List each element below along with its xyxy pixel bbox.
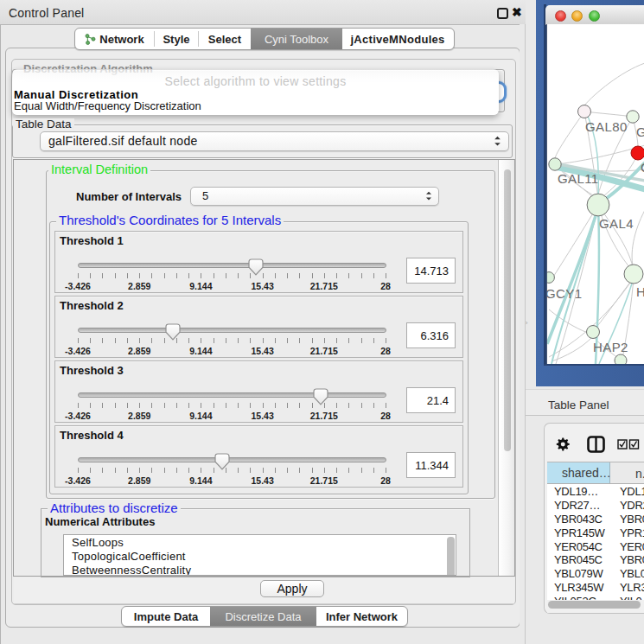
svg-text:H: H: [636, 284, 644, 299]
svg-text:GCY1: GCY1: [547, 286, 582, 301]
svg-text:GAL11: GAL11: [558, 171, 599, 186]
svg-text:GAL4: GAL4: [599, 216, 634, 231]
svg-text:C: C: [641, 160, 644, 175]
svg-text:G.: G.: [636, 124, 644, 139]
svg-text:GAL80: GAL80: [585, 119, 628, 134]
svg-text:HAP2: HAP2: [593, 340, 628, 354]
